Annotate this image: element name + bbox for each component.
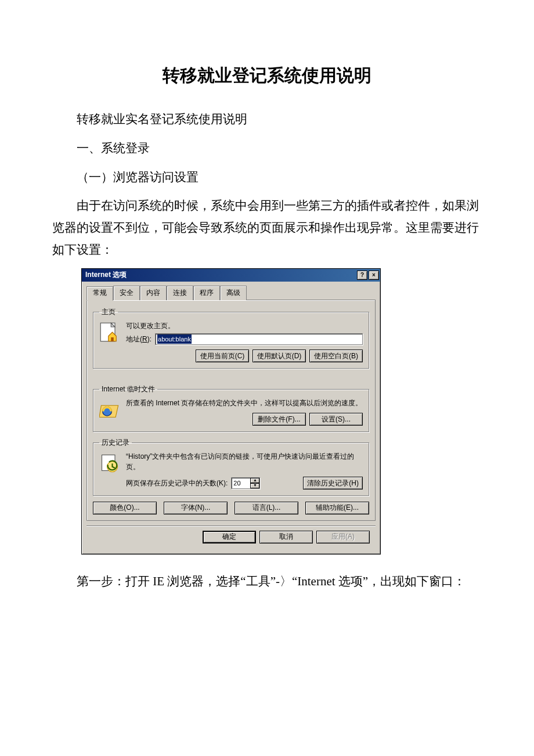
- paragraph: 转移就业实名登记系统使用说明: [52, 109, 482, 131]
- accessibility-button[interactable]: 辅助功能(E)...: [305, 502, 369, 514]
- history-days-value: 20: [232, 478, 250, 488]
- internet-options-dialog: Internet 选项 ? × 常规 安全 内容 连接 程序 高级 主页: [81, 268, 381, 555]
- tab-advanced[interactable]: 高级: [220, 286, 247, 300]
- clear-history-button[interactable]: 清除历史记录(H): [303, 477, 363, 489]
- svg-rect-3: [111, 337, 114, 341]
- homepage-address-input[interactable]: about:blank: [155, 333, 363, 345]
- spinner-down-icon[interactable]: ▼: [250, 483, 259, 488]
- spinner-up-icon[interactable]: ▲: [250, 478, 259, 483]
- temp-files-group: Internet 临时文件 所查看的 Internet 页存储在特定的文件夹中，…: [93, 384, 369, 432]
- use-default-page-button[interactable]: 使用默认页(D): [252, 350, 306, 362]
- paragraph: 第一步：打开 IE 浏览器，选择“工具”-〉“Internet 选项”，出现如下…: [52, 571, 482, 593]
- homepage-address-value: about:blank: [157, 334, 192, 344]
- tab-panel-general: 主页 可以更改主页。: [86, 300, 376, 521]
- fonts-button[interactable]: 字体(N)...: [164, 502, 228, 514]
- dialog-close-button[interactable]: ×: [369, 271, 379, 280]
- cancel-button[interactable]: 取消: [259, 531, 313, 543]
- dialog-title: Internet 选项: [85, 270, 356, 280]
- tab-security[interactable]: 安全: [113, 286, 140, 300]
- homepage-group: 主页 可以更改主页。: [93, 307, 369, 369]
- delete-files-button[interactable]: 删除文件(F)...: [252, 413, 306, 426]
- history-days-spinner[interactable]: 20 ▲ ▼: [231, 477, 260, 489]
- settings-button[interactable]: 设置(S)...: [309, 413, 363, 426]
- address-label: 地址(R):: [126, 334, 151, 344]
- history-group: 历史记录 “History”文件夹中包含有已访问页的链接，可使用户快速访问最: [93, 438, 369, 496]
- temp-files-desc: 所查看的 Internet 页存储在特定的文件夹中，这样可以提高以后浏览的速度。: [126, 398, 363, 408]
- tab-connections[interactable]: 连接: [167, 286, 193, 300]
- colors-button[interactable]: 颜色(O)...: [93, 502, 157, 514]
- dialog-tabstrip: 常规 安全 内容 连接 程序 高级: [82, 282, 380, 300]
- tab-programs[interactable]: 程序: [193, 286, 220, 300]
- languages-button[interactable]: 语言(L)...: [234, 502, 298, 514]
- temp-files-legend: Internet 临时文件: [99, 384, 157, 394]
- dialog-help-button[interactable]: ?: [357, 271, 367, 280]
- history-icon: [99, 452, 120, 473]
- dialog-footer: 确定 取消 应用(A): [86, 525, 376, 549]
- paragraph: （一）浏览器访问设置: [52, 167, 482, 189]
- document-title: 转移就业登记系统使用说明: [52, 64, 482, 88]
- history-legend: 历史记录: [99, 438, 132, 448]
- use-current-page-button[interactable]: 使用当前页(C): [196, 350, 249, 362]
- tab-content[interactable]: 内容: [140, 286, 167, 300]
- ok-button[interactable]: 确定: [203, 531, 256, 543]
- history-desc: “History”文件夹中包含有已访问页的链接，可使用户快速访问最近查看过的页。: [126, 451, 363, 472]
- ie-icon: [99, 399, 120, 420]
- tab-general[interactable]: 常规: [86, 286, 113, 301]
- home-icon: [99, 322, 120, 343]
- history-days-label: 网页保存在历史记录中的天数(K):: [126, 478, 228, 488]
- apply-button[interactable]: 应用(A): [316, 531, 370, 543]
- homepage-desc: 可以更改主页。: [126, 321, 363, 331]
- dialog-titlebar: Internet 选项 ? ×: [82, 269, 380, 282]
- paragraph: 由于在访问系统的时候，系统中会用到一些第三方的插件或者控件，如果浏览器的设置不到…: [52, 195, 482, 261]
- homepage-legend: 主页: [99, 307, 118, 317]
- paragraph: 一、系统登录: [52, 138, 482, 160]
- use-blank-page-button[interactable]: 使用空白页(B): [309, 350, 363, 362]
